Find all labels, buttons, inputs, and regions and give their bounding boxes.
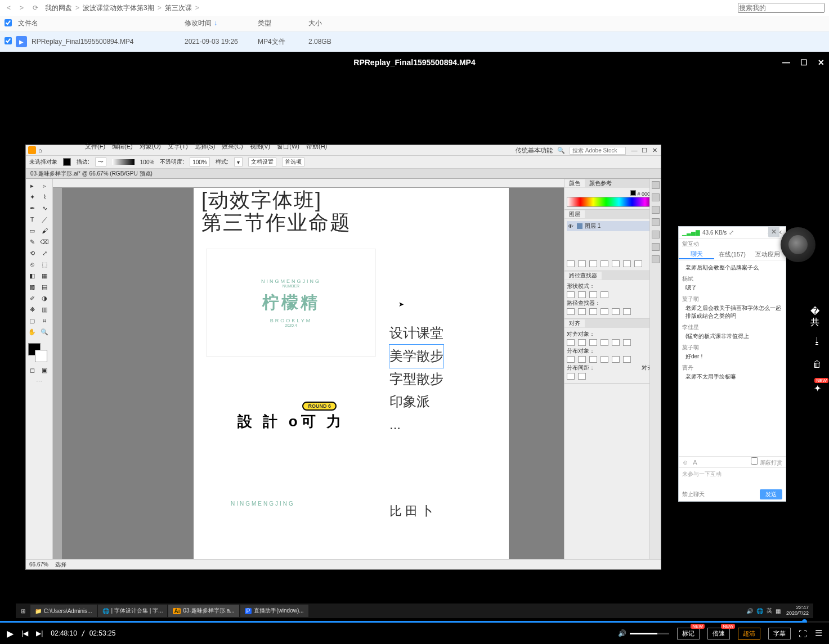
start-button-icon[interactable]: ⊞ [18, 606, 28, 616]
align-top-icon[interactable] [601, 339, 608, 346]
menu-select[interactable]: 选择(S) [195, 142, 216, 151]
trim-icon[interactable] [578, 308, 586, 315]
dist-hcenter-icon[interactable] [612, 356, 620, 363]
menu-edit[interactable]: 编辑(E) [112, 142, 133, 151]
workspace-dropdown[interactable]: 传统基本功能 [516, 146, 553, 155]
align-left-icon[interactable] [567, 339, 575, 346]
prev-button-icon[interactable]: |◀ [21, 629, 28, 637]
artboard-tool-icon[interactable]: ▢ [26, 315, 38, 326]
tab-layers[interactable]: 图层 [564, 210, 585, 218]
menu-window[interactable]: 窗口(W) [277, 142, 299, 151]
taskbar-item[interactable]: 📁C:\Users\Adminis... [30, 605, 97, 617]
dist-vcenter-icon[interactable] [578, 356, 586, 363]
merge-icon[interactable] [589, 308, 597, 315]
rect-tool-icon[interactable]: ▭ [26, 225, 38, 236]
unite-icon[interactable] [567, 291, 575, 298]
eraser-tool-icon[interactable]: ⌫ [38, 236, 51, 247]
file-row[interactable]: ▶ RPReplay_Final1595500894.MP4 2021-09-0… [0, 31, 829, 52]
slice-tool-icon[interactable]: ⌗ [38, 315, 51, 326]
minus-back-icon[interactable] [623, 308, 631, 315]
shaper-tool-icon[interactable]: ✎ [26, 236, 38, 247]
panel-icon[interactable] [652, 255, 660, 263]
minimize-icon[interactable]: — [782, 58, 790, 67]
panel-button[interactable] [623, 260, 631, 267]
home-icon[interactable]: ⌂ [38, 147, 42, 154]
volume-control[interactable]: 🔊 [618, 629, 669, 637]
tab-pathfinder[interactable]: 路径查找器 [564, 272, 602, 280]
panel-icon[interactable] [652, 206, 660, 214]
align-bottom-icon[interactable] [623, 339, 631, 346]
wand-tool-icon[interactable]: ✦ [26, 191, 38, 202]
dist-right-icon[interactable] [623, 356, 631, 363]
fill-stroke-swatch[interactable] [28, 343, 47, 362]
row-checkbox[interactable] [5, 37, 12, 44]
menu-object[interactable]: 对象(O) [140, 142, 161, 151]
document-tab[interactable]: 03-趣味多样字形.ai* @ 66.67% (RGB/GPU 预览) [26, 169, 661, 179]
brush-preview[interactable] [112, 159, 135, 165]
select-all-checkbox[interactable] [5, 19, 12, 26]
scale-tool-icon[interactable]: ⤢ [38, 247, 51, 259]
draw-mode-icon[interactable]: ◻ [26, 364, 38, 376]
chat-message-list[interactable]: 老师后期会教整个品牌案子么 杨斌 嗯了 菓子萌 老师之后会教关于插画和字体怎么一… [679, 260, 786, 456]
lasso-tool-icon[interactable]: ⌇ [38, 191, 51, 202]
dist-hspace-icon[interactable] [567, 373, 575, 380]
taskbar-item[interactable]: P直播助手(window)... [240, 605, 308, 617]
zoom-tool-icon[interactable]: 🔍 [38, 326, 51, 337]
chat-input[interactable]: 来参与一下互动 [679, 467, 786, 488]
divide-icon[interactable] [567, 308, 575, 315]
font-icon[interactable]: A [693, 459, 697, 466]
mark-button[interactable]: 标记NEW [677, 628, 700, 640]
ime-indicator[interactable]: 英 [767, 607, 772, 615]
taskbar-item[interactable]: 🌐| 字体设计合集 | 字... [98, 605, 168, 617]
panel-button[interactable] [578, 260, 586, 267]
speed-button[interactable]: 倍速NEW [707, 628, 730, 640]
minus-front-icon[interactable] [578, 291, 586, 298]
menu-effect[interactable]: 效果(C) [222, 142, 243, 151]
share-icon[interactable]: �共 [810, 310, 824, 324]
volume-icon[interactable]: 🔊 [618, 629, 626, 637]
tray-icon[interactable]: ▦ [776, 608, 781, 614]
align-hcenter-icon[interactable] [578, 339, 586, 346]
ai-minimize-icon[interactable]: — [630, 147, 638, 154]
column-mtime[interactable]: 修改时间↓ [185, 19, 258, 28]
blend-tool-icon[interactable]: ◑ [38, 292, 51, 304]
panel-icon[interactable] [652, 193, 660, 201]
shape-builder-tool-icon[interactable]: ◧ [26, 270, 38, 281]
zoom-level[interactable]: 66.67% [29, 561, 48, 568]
more-tools-icon[interactable]: ⋯ [26, 376, 52, 387]
ai-close-icon[interactable]: ✕ [651, 147, 658, 154]
direct-select-tool-icon[interactable]: ▹ [38, 180, 51, 191]
send-button[interactable]: 发送 [760, 489, 782, 499]
prefs-button[interactable]: 首选项 [282, 157, 304, 166]
emoji-icon[interactable]: ☺ [682, 459, 688, 466]
panel-button[interactable] [601, 260, 608, 267]
outline-icon[interactable] [612, 308, 620, 315]
eyedropper-tool-icon[interactable]: ✐ [26, 292, 38, 304]
overlay-close-icon[interactable]: ✕ [768, 226, 779, 237]
taskbar-item[interactable]: Ai03-趣味多样字形.a... [168, 605, 239, 617]
tray-icon[interactable]: 🌐 [756, 608, 763, 614]
layer-row[interactable]: 👁图层 1○ [567, 221, 658, 231]
tab-apps[interactable]: 互动应用 [750, 250, 786, 259]
brush-tool-icon[interactable]: 🖌 [38, 225, 51, 236]
intersect-icon[interactable] [589, 291, 597, 298]
maximize-icon[interactable]: ☐ [800, 58, 808, 67]
tab-chat[interactable]: 聊天 [679, 250, 714, 259]
panel-button[interactable] [567, 260, 575, 267]
mute-label[interactable]: 禁止聊天 [682, 490, 705, 498]
dist-left-icon[interactable] [601, 356, 608, 363]
breadcrumb-item[interactable]: 波波课堂动效字体第3期 [83, 3, 154, 13]
expand-icon[interactable]: ⤢ [729, 229, 734, 236]
crop-icon[interactable] [601, 308, 608, 315]
type-tool-icon[interactable]: T [26, 214, 38, 225]
menu-type[interactable]: 文字(T) [168, 142, 188, 151]
nav-reload-icon[interactable]: ⟳ [30, 4, 41, 12]
panel-icon[interactable] [652, 243, 660, 251]
rotate-tool-icon[interactable]: ⟲ [26, 247, 38, 259]
dist-top-icon[interactable] [567, 356, 575, 363]
selection-tool-icon[interactable]: ▸ [26, 180, 38, 191]
mesh-tool-icon[interactable]: ▩ [26, 281, 38, 292]
tab-online[interactable]: 在线(157) [714, 250, 750, 259]
search-input[interactable] [738, 3, 824, 13]
line-tool-icon[interactable]: ／ [38, 214, 51, 225]
